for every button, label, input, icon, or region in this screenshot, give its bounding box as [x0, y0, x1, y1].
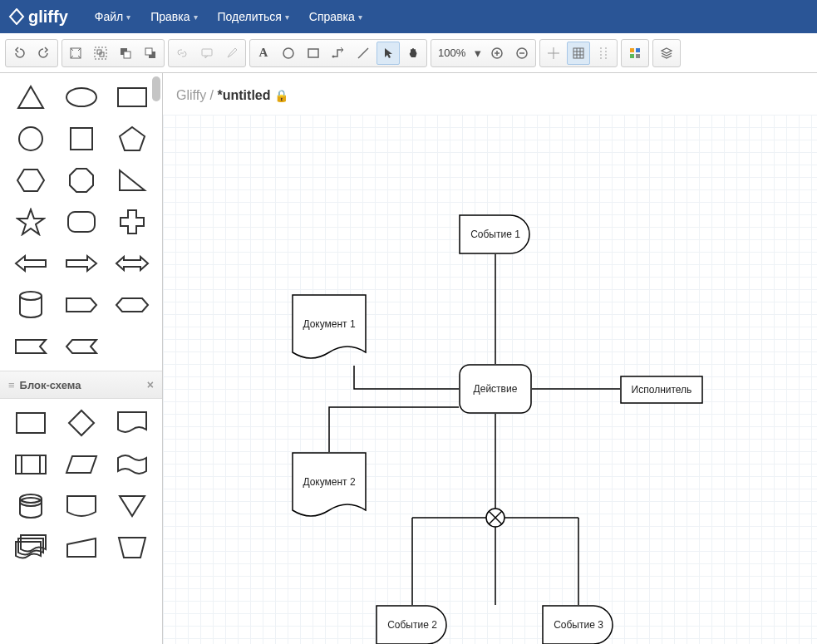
shape-arrow-right[interactable]	[57, 244, 105, 283]
fc-multidoc[interactable]	[7, 528, 54, 567]
shape-plus[interactable]	[108, 203, 155, 241]
shape-label: Документ 1	[303, 318, 355, 330]
svg-rect-35	[68, 212, 95, 232]
fc-document[interactable]	[108, 404, 155, 442]
shape-triangle[interactable]	[7, 78, 54, 116]
shape-cylinder[interactable]	[7, 286, 54, 324]
diagram-canvas[interactable]: Событие 1 Документ 1 Действие Исполнител…	[163, 115, 817, 644]
guides-button[interactable]	[592, 42, 615, 65]
shape-event-1[interactable]: Событие 1	[459, 214, 532, 254]
svg-rect-38	[16, 455, 46, 474]
canvas-area[interactable]: Gliffy / *untitled 🔒 Собы	[163, 73, 817, 644]
comment-button[interactable]	[195, 42, 219, 65]
pan-tool-button[interactable]	[401, 42, 425, 65]
text-tool-button[interactable]: A	[252, 42, 275, 65]
svg-rect-27	[630, 48, 634, 52]
menubar: gliffy Файл▾ Правка▾ Поделиться▾ Справка…	[0, 0, 817, 33]
grid-button[interactable]	[567, 42, 590, 65]
caret-down-icon: ▾	[285, 12, 289, 22]
fc-manual-input[interactable]	[57, 528, 105, 567]
gliffy-logo-icon	[8, 8, 25, 25]
undo-button[interactable]	[7, 42, 31, 65]
shape-rectangle[interactable]	[108, 78, 155, 116]
back-button[interactable]	[139, 42, 162, 65]
svg-rect-7	[145, 48, 152, 55]
shape-square[interactable]	[57, 120, 105, 158]
shape-tag-right[interactable]	[57, 286, 105, 324]
redo-button[interactable]	[32, 42, 56, 65]
connector-tool-button[interactable]	[327, 42, 350, 65]
svg-point-31	[66, 88, 96, 106]
svg-rect-1	[95, 47, 106, 59]
shape-banner[interactable]	[7, 327, 54, 366]
fc-data[interactable]	[57, 445, 105, 484]
shape-right-triangle[interactable]	[108, 161, 155, 199]
shape-hex-flat[interactable]	[108, 286, 155, 324]
hamburger-icon: ≡	[8, 379, 15, 391]
shape-label: Событие 3	[554, 619, 603, 631]
menu-edit[interactable]: Правка▾	[140, 0, 207, 33]
shape-event-3[interactable]: Событие 3	[542, 605, 615, 644]
shape-placeholder[interactable]	[108, 327, 155, 366]
zoom-dropdown[interactable]: ▾	[472, 42, 484, 65]
brush-button[interactable]	[220, 42, 244, 65]
theme-button[interactable]	[623, 42, 647, 65]
svg-rect-8	[202, 49, 212, 56]
sidebar: ≡Блок-схема ×	[0, 73, 163, 644]
line-tool-button[interactable]	[352, 42, 375, 65]
shape-pentagon[interactable]	[108, 120, 155, 158]
shape-label: Событие 2	[387, 619, 437, 631]
breadcrumb-root: Gliffy	[176, 88, 206, 102]
svg-line-12	[358, 48, 368, 58]
group-button[interactable]	[89, 42, 112, 65]
shape-document-2[interactable]: Документ 2	[292, 452, 367, 524]
shape-chevron[interactable]	[57, 327, 105, 366]
front-button[interactable]	[114, 42, 137, 65]
shape-octagon[interactable]	[57, 161, 105, 199]
shape-circle[interactable]	[7, 120, 54, 158]
section-close-icon[interactable]: ×	[147, 378, 154, 391]
menu-file[interactable]: Файл▾	[85, 0, 140, 33]
layers-button[interactable]	[655, 42, 678, 65]
pointer-tool-button[interactable]	[377, 42, 400, 65]
shape-roundrect[interactable]	[57, 203, 105, 241]
shape-event-2[interactable]: Событие 2	[376, 605, 449, 644]
rect-tool-button[interactable]	[302, 42, 325, 65]
fc-predefined[interactable]	[7, 445, 54, 484]
shape-document-1[interactable]: Документ 1	[292, 294, 367, 366]
menu-share[interactable]: Поделиться▾	[208, 0, 299, 33]
caret-down-icon: ▾	[194, 12, 198, 22]
zoom-in-button[interactable]	[485, 42, 509, 65]
fc-wavy[interactable]	[108, 445, 155, 484]
svg-point-33	[19, 127, 42, 150]
shape-action[interactable]: Действие	[459, 364, 532, 414]
fc-decision[interactable]	[57, 404, 105, 442]
caret-down-icon: ▾	[358, 12, 362, 22]
svg-rect-30	[636, 54, 640, 58]
shape-arrow-both[interactable]	[108, 244, 155, 283]
fc-display[interactable]	[57, 487, 105, 525]
shape-label: Действие	[474, 383, 518, 395]
shape-actor[interactable]: Исполнитель	[620, 376, 703, 404]
link-button[interactable]	[170, 42, 194, 65]
fc-process[interactable]	[7, 404, 54, 442]
caret-down-icon: ▾	[126, 12, 130, 22]
document-name: *untitled	[218, 88, 271, 102]
ellipse-tool-button[interactable]	[277, 42, 300, 65]
shape-star[interactable]	[7, 203, 54, 241]
zoom-out-button[interactable]	[510, 42, 534, 65]
shape-hexagon[interactable]	[7, 161, 54, 199]
fc-manual-op[interactable]	[108, 528, 155, 567]
fc-merge[interactable]	[108, 487, 155, 525]
flowchart-shapes-palette	[0, 399, 162, 572]
snap-button[interactable]	[542, 42, 565, 65]
shape-label: Исполнитель	[632, 384, 692, 396]
shape-arrow-left[interactable]	[7, 244, 54, 283]
fc-disk[interactable]	[7, 487, 54, 525]
menu-help[interactable]: Справка▾	[299, 0, 372, 33]
shape-ellipse[interactable]	[57, 78, 105, 116]
sidebar-scrollbar-thumb[interactable]	[152, 76, 160, 101]
fit-button[interactable]	[64, 42, 87, 65]
svg-point-11	[332, 55, 335, 57]
sidebar-section-flowchart[interactable]: ≡Блок-схема ×	[0, 371, 162, 399]
